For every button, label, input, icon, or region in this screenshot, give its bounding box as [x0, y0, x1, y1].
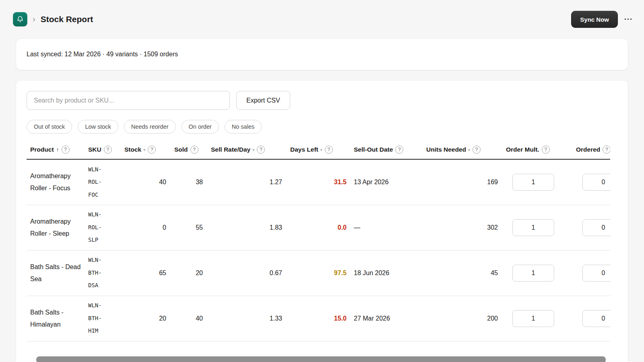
ordered-input[interactable] [582, 310, 610, 327]
sync-now-button[interactable]: Sync Now [571, 11, 618, 28]
product-name: Aromatherapy Roller - Sleep [27, 205, 88, 250]
ordered-input[interactable] [582, 219, 610, 236]
product-name: Aromatherapy Roller - Focus [27, 159, 88, 205]
overflow-menu-icon[interactable]: ··· [624, 15, 633, 24]
col-header-sell-rate[interactable]: Sell Rate/Day ▾ ? [211, 142, 290, 159]
last-synced-text: Last synced: 12 Mar 2026 · 49 variants ·… [27, 51, 178, 58]
stock-value: 0 [124, 205, 174, 250]
table-toolbar: Export CSV [27, 91, 617, 110]
stock-table: Product ↑ ? SKU ? Stock [27, 142, 610, 341]
sell-rate-value: 0.67 [211, 250, 290, 296]
help-icon[interactable]: ? [190, 146, 198, 154]
chevron-right-icon: › [33, 15, 35, 23]
col-label-stock: Stock [124, 146, 141, 153]
sell-out-date-value: 13 Apr 2026 [354, 159, 426, 205]
sort-asc-icon: ↑ [56, 146, 59, 153]
horizontal-scrollbar[interactable] [36, 356, 606, 362]
app-icon[interactable] [13, 12, 27, 27]
col-label-units-needed: Units Needed [426, 146, 466, 153]
units-needed-value: 302 [426, 205, 506, 250]
col-label-sell-rate: Sell Rate/Day [211, 146, 250, 153]
stock-value: 65 [124, 250, 174, 296]
order-mult-input[interactable] [512, 219, 554, 236]
filter-no-sales[interactable]: No sales [225, 120, 262, 134]
units-needed-value: 169 [426, 159, 506, 205]
col-label-product: Product [30, 146, 54, 153]
sku-value: WLN-ROL-FOC [88, 159, 124, 205]
filter-needs-reorder[interactable]: Needs reorder [124, 120, 176, 134]
days-left-value: 0.0 [290, 205, 354, 250]
page-title: Stock Report [41, 14, 93, 24]
help-icon[interactable]: ? [257, 146, 265, 154]
table-row: Bath Salts - Dead Sea WLN-BTH-DSA 65 20 … [27, 250, 610, 296]
help-icon[interactable]: ? [325, 146, 333, 154]
table-row: Bath Salts - Himalayan WLN-BTH-HIM 20 40… [27, 296, 610, 341]
stock-table-card: Export CSV Out of stock Low stock Needs … [16, 80, 628, 362]
stock-value: 40 [124, 159, 174, 205]
export-csv-button[interactable]: Export CSV [236, 91, 290, 110]
sold-value: 55 [174, 205, 211, 250]
sort-caret-icon[interactable]: ▾ [143, 148, 145, 152]
search-input[interactable] [27, 91, 230, 110]
product-name: Bath Salts - Dead Sea [27, 250, 88, 296]
topbar-actions: Sync Now ··· [571, 11, 633, 28]
sell-rate-value: 1.33 [211, 296, 290, 341]
col-label-days-left: Days Left [290, 146, 318, 153]
sort-caret-icon[interactable]: ▾ [320, 148, 322, 152]
help-icon[interactable]: ? [148, 146, 156, 154]
last-synced-card: Last synced: 12 Mar 2026 · 49 variants ·… [16, 39, 628, 70]
sort-caret-icon[interactable]: ▾ [468, 148, 470, 152]
days-left-value: 97.5 [290, 250, 354, 296]
col-header-sell-out-date[interactable]: Sell-Out Date ? [354, 142, 426, 159]
sell-out-date-value: 18 Jun 2026 [354, 250, 426, 296]
help-icon[interactable]: ? [603, 146, 610, 154]
col-label-ordered: Ordered [576, 146, 600, 153]
bell-icon [16, 15, 24, 23]
product-name: Bath Salts - Himalayan [27, 296, 88, 341]
help-icon[interactable]: ? [542, 146, 550, 154]
order-mult-input[interactable] [512, 265, 554, 282]
days-left-value: 31.5 [290, 159, 354, 205]
filter-low-stock[interactable]: Low stock [78, 120, 118, 134]
col-label-sku: SKU [88, 146, 101, 153]
days-left-value: 15.0 [290, 296, 354, 341]
col-header-product[interactable]: Product ↑ ? [27, 142, 88, 159]
help-icon[interactable]: ? [395, 146, 403, 154]
help-icon[interactable]: ? [104, 146, 112, 154]
order-mult-input[interactable] [512, 174, 554, 191]
ordered-input[interactable] [582, 265, 610, 282]
filter-out-of-stock[interactable]: Out of stock [27, 120, 72, 134]
sold-value: 38 [174, 159, 211, 205]
sold-value: 20 [174, 250, 211, 296]
filter-on-order[interactable]: On order [182, 120, 219, 134]
col-header-days-left[interactable]: Days Left ▾ ? [290, 142, 354, 159]
sku-value: WLN-BTH-HIM [88, 296, 124, 341]
units-needed-value: 200 [426, 296, 506, 341]
sort-caret-icon[interactable]: ▾ [252, 148, 254, 152]
ordered-input[interactable] [582, 174, 610, 191]
sell-out-date-value: 27 Mar 2026 [354, 296, 426, 341]
sell-rate-value: 1.27 [211, 159, 290, 205]
table-row: Aromatherapy Roller - Sleep WLN-ROL-SLP … [27, 205, 610, 250]
col-header-sku[interactable]: SKU ? [88, 142, 124, 159]
stock-table-scroll-area[interactable]: Product ↑ ? SKU ? Stock [27, 142, 610, 341]
sku-value: WLN-ROL-SLP [88, 205, 124, 250]
help-icon[interactable]: ? [473, 146, 481, 154]
col-header-ordered[interactable]: Ordered ? [576, 142, 610, 159]
col-label-sold: Sold [174, 146, 188, 153]
col-header-units-needed[interactable]: Units Needed ▾ ? [426, 142, 506, 159]
col-label-sell-out-date: Sell-Out Date [354, 146, 393, 153]
help-icon[interactable]: ? [62, 146, 70, 154]
col-header-order-mult[interactable]: Order Mult. ? [506, 142, 576, 159]
breadcrumb: › Stock Report [13, 12, 93, 27]
sell-out-date-value: — [354, 205, 426, 250]
order-mult-input[interactable] [512, 310, 554, 327]
sold-value: 40 [174, 296, 211, 341]
col-header-stock[interactable]: Stock ▾ ? [124, 142, 174, 159]
stock-value: 20 [124, 296, 174, 341]
col-label-order-mult: Order Mult. [506, 146, 539, 153]
col-header-sold[interactable]: Sold ? [174, 142, 211, 159]
topbar: › Stock Report Sync Now ··· [0, 0, 644, 39]
sell-rate-value: 1.83 [211, 205, 290, 250]
filter-pills: Out of stock Low stock Needs reorder On … [27, 120, 617, 134]
